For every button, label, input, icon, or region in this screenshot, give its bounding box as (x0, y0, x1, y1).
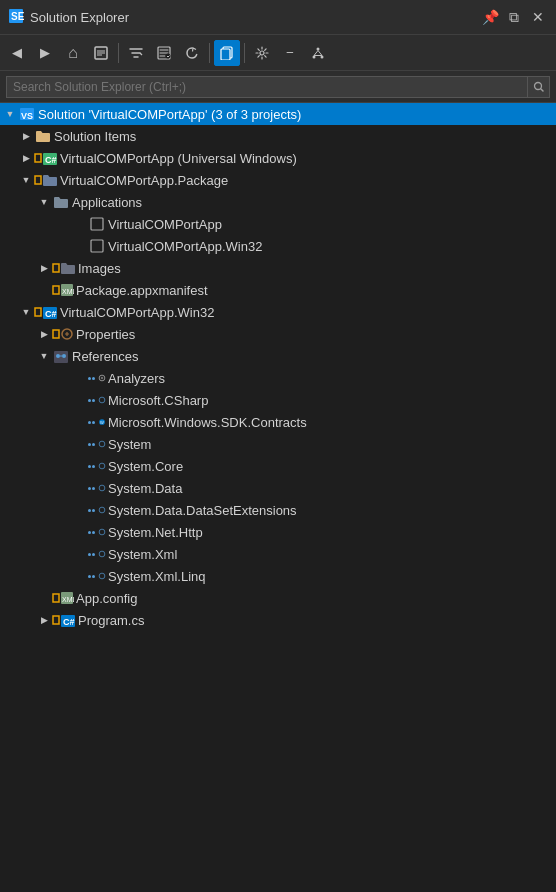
search-input[interactable] (6, 76, 528, 98)
label-appxmanifest: Package.appxmanifest (76, 283, 208, 298)
expander-properties[interactable] (36, 326, 52, 342)
expander-images[interactable] (36, 260, 52, 276)
icon-app-config: XML (52, 591, 74, 605)
toolbar: ◀ ▶ ⌂ − (0, 35, 556, 71)
label-win32-project: VirtualCOMPortApp.Win32 (60, 305, 214, 320)
expander-solution[interactable] (2, 106, 18, 122)
collapse-button[interactable]: − (277, 40, 303, 66)
tree-item-system[interactable]: System (0, 433, 556, 455)
settings-button[interactable] (249, 40, 275, 66)
pending-button[interactable] (151, 40, 177, 66)
pin-button[interactable]: 📌 (480, 7, 500, 27)
svg-text:W: W (100, 420, 104, 425)
icon-properties (52, 327, 74, 341)
tree-item-win32-project[interactable]: C# VirtualCOMPortApp.Win32 (0, 301, 556, 323)
tree-item-system-dataset[interactable]: System.Data.DataSetExtensions (0, 499, 556, 521)
svg-point-25 (62, 354, 66, 358)
svg-rect-17 (91, 240, 103, 252)
tree-item-ms-sdk[interactable]: W Microsoft.Windows.SDK.Contracts (0, 411, 556, 433)
sync-button[interactable] (88, 40, 114, 66)
label-vcomport-win32-app: VirtualCOMPortApp.Win32 (108, 239, 262, 254)
svg-point-31 (99, 463, 105, 469)
icon-system-core (88, 458, 106, 474)
tree-item-properties[interactable]: Properties (0, 323, 556, 345)
refresh-button[interactable] (179, 40, 205, 66)
expander-program-cs[interactable] (36, 612, 52, 628)
expander-system (72, 436, 88, 452)
label-properties: Properties (76, 327, 135, 342)
label-references: References (72, 349, 138, 364)
label-solution: Solution 'VirtualCOMPortApp' (3 of 3 pro… (38, 107, 301, 122)
label-system-core: System.Core (108, 459, 183, 474)
expander-solution-items[interactable] (18, 128, 34, 144)
svg-text:C#: C# (63, 617, 75, 627)
tree-item-uwp[interactable]: C# VirtualCOMPortApp (Universal Windows) (0, 147, 556, 169)
icon-solution: VS (18, 106, 36, 122)
float-button[interactable]: ⧉ (504, 7, 524, 27)
tree-item-vcomport-app[interactable]: VirtualCOMPortApp (0, 213, 556, 235)
tree-item-ms-csharp[interactable]: Microsoft.CSharp (0, 389, 556, 411)
tree-item-package[interactable]: VirtualCOMPortApp.Package (0, 169, 556, 191)
svg-text:C#: C# (45, 309, 57, 319)
close-button[interactable]: ✕ (528, 7, 548, 27)
label-uwp: VirtualCOMPortApp (Universal Windows) (60, 151, 297, 166)
icon-ms-csharp (88, 392, 106, 408)
expander-win32-project[interactable] (18, 304, 34, 320)
expander-package[interactable] (18, 172, 34, 188)
tree-item-system-net-http[interactable]: System.Net.Http (0, 521, 556, 543)
copy-active-button[interactable] (214, 40, 240, 66)
home-button[interactable]: ⌂ (60, 40, 86, 66)
icon-appxmanifest: XML (52, 283, 74, 297)
back-button[interactable]: ◀ (4, 40, 30, 66)
sep2 (209, 43, 210, 63)
icon-ms-sdk: W (88, 414, 106, 430)
svg-text:XML: XML (62, 288, 74, 295)
search-button[interactable] (528, 76, 550, 98)
tree-item-app-config[interactable]: XML App.config (0, 587, 556, 609)
label-program-cs: Program.cs (78, 613, 144, 628)
dependency-button[interactable] (305, 40, 331, 66)
expander-ms-sdk (72, 414, 88, 430)
expander-system-xml-linq (72, 568, 88, 584)
tree-item-applications[interactable]: Applications (0, 191, 556, 213)
svg-point-33 (99, 507, 105, 513)
filter-button[interactable] (123, 40, 149, 66)
tree-item-system-data[interactable]: System.Data (0, 477, 556, 499)
tree-item-system-xml[interactable]: System.Xml (0, 543, 556, 565)
expander-references[interactable] (36, 348, 52, 364)
svg-point-36 (99, 573, 105, 579)
icon-system (88, 436, 106, 452)
svg-point-32 (99, 485, 105, 491)
sep1 (118, 43, 119, 63)
svg-rect-23 (54, 351, 68, 363)
svg-point-35 (99, 551, 105, 557)
label-system-xml-linq: System.Xml.Linq (108, 569, 206, 584)
svg-text:SE: SE (11, 11, 24, 22)
sep3 (244, 43, 245, 63)
tree-item-appxmanifest[interactable]: XML Package.appxmanifest (0, 279, 556, 301)
expander-system-xml (72, 546, 88, 562)
label-app-config: App.config (76, 591, 137, 606)
svg-rect-6 (221, 49, 230, 60)
forward-button[interactable]: ▶ (32, 40, 58, 66)
expander-uwp[interactable] (18, 150, 34, 166)
tree-item-solution-items[interactable]: Solution Items (0, 125, 556, 147)
search-bar (0, 71, 556, 103)
expander-appxmanifest (36, 282, 52, 298)
tree-item-system-xml-linq[interactable]: System.Xml.Linq (0, 565, 556, 587)
tree-item-vcomport-win32-app[interactable]: VirtualCOMPortApp.Win32 (0, 235, 556, 257)
svg-point-7 (260, 51, 264, 55)
tree-item-analyzers[interactable]: Analyzers (0, 367, 556, 389)
tree-item-program-cs[interactable]: C# Program.cs (0, 609, 556, 631)
svg-text:VS: VS (21, 111, 33, 121)
tree-item-references[interactable]: References (0, 345, 556, 367)
expander-system-net-http (72, 524, 88, 540)
tree-item-solution[interactable]: VS Solution 'VirtualCOMPortApp' (3 of 3 … (0, 103, 556, 125)
tree-item-system-core[interactable]: System.Core (0, 455, 556, 477)
label-system-data: System.Data (108, 481, 182, 496)
icon-program-cs: C# (52, 613, 76, 627)
svg-point-27 (99, 397, 105, 403)
icon-analyzers (88, 370, 106, 386)
expander-applications[interactable] (36, 194, 52, 210)
tree-item-images[interactable]: Images (0, 257, 556, 279)
